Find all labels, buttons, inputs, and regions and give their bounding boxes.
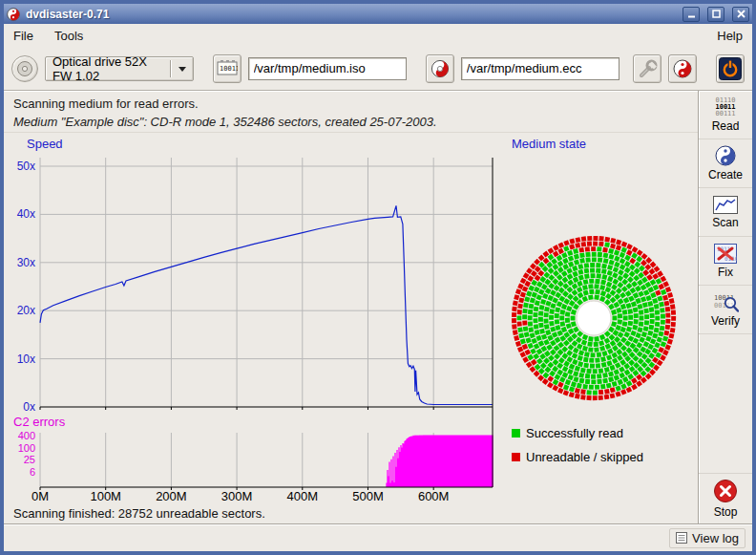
menu-item-help[interactable]: Help <box>715 27 745 45</box>
svg-text:200M: 200M <box>156 489 187 503</box>
sidebar-button-create[interactable]: Create <box>699 139 752 188</box>
drive-selector[interactable]: Optical drive 52X FW 1.02 <box>45 56 194 81</box>
status-header-line1: Scanning medium for read errors. <box>13 96 688 111</box>
svg-text:Unreadable / skipped: Unreadable / skipped <box>526 450 643 464</box>
svg-text:400: 400 <box>18 430 35 441</box>
svg-text:10x: 10x <box>17 352 35 366</box>
yin-yang-icon <box>673 59 692 78</box>
svg-text:100M: 100M <box>90 489 121 503</box>
quit-button[interactable] <box>716 54 745 83</box>
drive-button[interactable] <box>11 55 38 82</box>
status-bar: View log <box>4 523 752 551</box>
log-icon <box>676 532 687 544</box>
sidebar-button-scan[interactable]: Scan <box>699 188 752 237</box>
svg-text:100: 100 <box>18 442 35 454</box>
fix-tools-icon: 1011 0110 <box>714 244 737 264</box>
iso-file-icon: 10011 <box>217 60 238 76</box>
svg-text:20x: 20x <box>17 304 35 317</box>
svg-text:Successfully read: Successfully read <box>526 426 623 440</box>
status-header-line2: Medium "Example disc": CD-R mode 1, 3524… <box>13 115 688 129</box>
svg-text:C2 errors: C2 errors <box>13 415 66 429</box>
svg-text:Speed: Speed <box>27 137 63 151</box>
fix-label: Fix <box>718 266 733 279</box>
toolbar: Optical drive 52X FW 1.02 10011 <box>4 47 752 91</box>
close-icon <box>737 10 746 18</box>
stop-icon <box>713 479 738 503</box>
menu-item-file[interactable]: File <box>11 27 35 45</box>
power-icon <box>719 57 742 80</box>
wrench-icon <box>637 58 658 79</box>
app-window: dvdisaster-0.71 File Tools Help Optical … <box>0 0 756 555</box>
verify-magnifier-icon: 10011 00111 <box>712 292 739 312</box>
speed-chart <box>40 205 493 404</box>
svg-text:300M: 300M <box>221 489 253 503</box>
disc-icon <box>16 60 33 77</box>
maximize-button[interactable] <box>707 7 724 22</box>
view-log-label: View log <box>692 531 739 545</box>
iso-path-input[interactable] <box>248 57 407 80</box>
svg-text:10011: 10011 <box>220 65 238 73</box>
svg-text:50x: 50x <box>17 160 35 173</box>
ecc-path-input[interactable] <box>461 57 620 80</box>
action-sidebar: 01110 10011 00111 Read Create Scan <box>698 91 752 523</box>
charts-canvas: SpeedC2 errorsMedium state50x40x30x20x10… <box>4 133 698 503</box>
svg-text:600M: 600M <box>418 489 450 503</box>
create-label: Create <box>708 168 743 181</box>
ecc-disc-icon <box>430 59 450 78</box>
chart-labels: SpeedC2 errorsMedium state50x40x30x20x10… <box>13 137 586 503</box>
sidebar-button-stop[interactable]: Stop <box>699 473 752 523</box>
ecc-file-button[interactable] <box>426 54 454 83</box>
medium-state-legend: Successfully readUnreadable / skipped <box>512 426 643 464</box>
combo-separator <box>170 60 172 77</box>
svg-text:Medium state: Medium state <box>512 137 586 151</box>
sidebar-button-verify[interactable]: 10011 00111 Verify <box>699 286 752 334</box>
menubar: File Tools Help <box>4 24 752 47</box>
svg-text:25: 25 <box>24 454 35 465</box>
view-log-button[interactable]: View log <box>669 528 746 548</box>
maximize-icon <box>712 10 721 18</box>
read-binary-icon: 01110 10011 00111 <box>715 97 735 117</box>
svg-text:6: 6 <box>30 466 35 478</box>
scan-label: Scan <box>712 216 738 229</box>
manual-button[interactable] <box>668 54 697 83</box>
svg-text:0x: 0x <box>23 400 35 414</box>
window-title: dvdisaster-0.71 <box>26 8 675 21</box>
stop-label: Stop <box>714 505 738 519</box>
status-header: Scanning medium for read errors. Medium … <box>4 91 698 133</box>
svg-text:500M: 500M <box>352 489 384 503</box>
svg-text:400M: 400M <box>287 489 319 503</box>
svg-text:40x: 40x <box>17 207 35 221</box>
iso-file-button[interactable]: 10011 <box>213 54 242 83</box>
titlebar[interactable]: dvdisaster-0.71 <box>4 4 752 24</box>
svg-text:30x: 30x <box>17 256 35 269</box>
create-yinyang-icon <box>715 145 736 166</box>
verify-label: Verify <box>711 314 740 328</box>
scan-status-text: Scanning finished: 28752 unreadable sect… <box>13 503 265 523</box>
svg-text:0M: 0M <box>32 489 49 503</box>
preferences-button[interactable] <box>633 54 662 83</box>
sidebar-button-read[interactable]: 01110 10011 00111 Read <box>699 91 752 139</box>
sidebar-button-fix[interactable]: 1011 0110 Fix <box>699 237 752 286</box>
scan-chart-icon <box>713 196 738 214</box>
app-logo-icon <box>7 8 20 21</box>
minimize-button[interactable] <box>682 7 700 22</box>
menu-item-tools[interactable]: Tools <box>52 27 85 45</box>
minimize-icon <box>687 10 696 18</box>
close-button[interactable] <box>732 7 749 22</box>
read-label: Read <box>712 119 740 133</box>
drive-selector-value: Optical drive 52X FW 1.02 <box>52 54 158 83</box>
c2-errors-chart <box>387 436 493 488</box>
chevron-down-icon <box>178 67 186 75</box>
disc-map <box>512 236 676 400</box>
